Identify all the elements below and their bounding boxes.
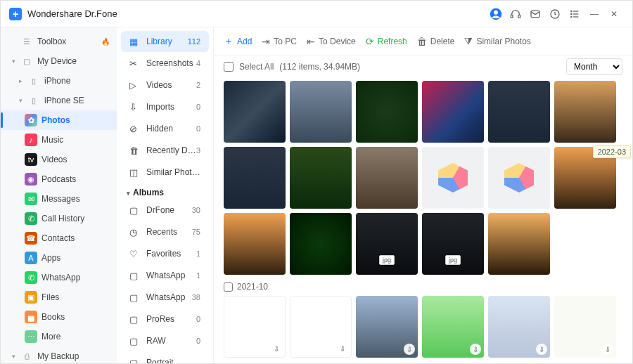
- sidebar-label: Messages: [41, 194, 110, 204]
- books-icon: ▅: [25, 311, 37, 323]
- device-icon: ▢: [20, 55, 33, 67]
- sidebar-iphone[interactable]: ▸▯ iPhone: [1, 71, 117, 91]
- album-portrait[interactable]: ▢Portrait: [121, 352, 209, 364]
- photo-thumb[interactable]: jpg: [356, 213, 418, 275]
- photo-thumb[interactable]: jpg: [422, 213, 484, 275]
- photo-thumb[interactable]: ⇩: [488, 296, 550, 358]
- group-by-select[interactable]: Month: [566, 58, 622, 75]
- sidebar-mydevice[interactable]: ▾▢ My Device: [1, 51, 117, 71]
- delete-button[interactable]: 🗑Delete: [417, 36, 455, 47]
- sidebar-toolbox[interactable]: ☰ Toolbox 🔥: [1, 32, 117, 51]
- download-icon[interactable]: ⇩: [337, 343, 348, 354]
- cat-screenshots[interactable]: ✂Screenshots4: [121, 53, 209, 74]
- album-recents[interactable]: ◷Recents75: [121, 221, 209, 242]
- sidebar-label: Call History: [41, 214, 110, 223]
- sidebar-item-files[interactable]: ▣Files: [1, 287, 117, 307]
- photo-thumb[interactable]: [356, 147, 418, 209]
- cat-videos[interactable]: ▷Videos2: [121, 74, 209, 96]
- headset-icon[interactable]: [506, 4, 525, 24]
- sidebar-item-more[interactable]: ⋯More: [1, 327, 117, 346]
- sidebar-mybackup[interactable]: ▾⎙ My Backup: [1, 346, 117, 364]
- photo-thumb[interactable]: ⇩: [554, 296, 616, 358]
- photo-thumb[interactable]: ⇩: [290, 296, 352, 358]
- photo-thumb[interactable]: [290, 81, 352, 143]
- cat-recently-deleted[interactable]: 🗑Recently Delet…3: [121, 140, 209, 161]
- phone-icon: ▯: [27, 74, 40, 87]
- imports-icon: ⇩: [129, 102, 141, 112]
- cat-count: 0: [196, 315, 200, 323]
- photo-thumb[interactable]: [554, 81, 616, 143]
- sidebar-item-contacts[interactable]: ☎Contacts: [1, 228, 117, 248]
- cat-label: Hidden: [146, 124, 196, 134]
- similar-photos-button[interactable]: ⧩Similar Photos: [464, 35, 530, 47]
- photo-thumb[interactable]: ⇩: [224, 296, 286, 358]
- refresh-button[interactable]: ⟳Refresh: [366, 36, 407, 47]
- sidebar-item-apps[interactable]: AApps: [1, 248, 117, 268]
- date-tooltip: 2022-03: [593, 145, 631, 158]
- album-whatsapp-2[interactable]: ▢WhatsApp38: [121, 287, 209, 308]
- cat-library[interactable]: ▦Library112: [121, 31, 209, 52]
- album-drfone[interactable]: ▢DrFone30: [121, 200, 209, 221]
- sidebar-item-music[interactable]: ♪Music: [1, 130, 117, 150]
- user-account-icon[interactable]: [486, 4, 506, 24]
- sidebar-label: Videos: [41, 155, 110, 164]
- cat-label: Portrait: [146, 358, 200, 364]
- sidebar-item-call-history[interactable]: ✆Call History: [1, 209, 117, 228]
- photo-thumb[interactable]: [422, 81, 484, 143]
- file-type-tag: jpg: [445, 255, 461, 265]
- mail-icon[interactable]: [525, 4, 545, 24]
- sidebar-item-podcasts[interactable]: ◉Podcasts: [1, 169, 117, 189]
- album-favorites[interactable]: ♡Favorites1: [121, 243, 209, 264]
- sidebar-item-photos[interactable]: ✿Photos: [1, 110, 117, 130]
- photo-thumb[interactable]: [356, 81, 418, 143]
- sidebar-item-whatsapp[interactable]: ✆WhatsApp: [1, 268, 117, 287]
- btn-label: To PC: [274, 37, 297, 46]
- photo-grid-scroll[interactable]: jpg jpg 2022-03 2021-10 ⇩ ⇩ ⇩ ⇩ ⇩ ⇩: [214, 78, 632, 364]
- sidebar-item-books[interactable]: ▅Books: [1, 307, 117, 327]
- photo-grid: ⇩ ⇩ ⇩ ⇩ ⇩ ⇩: [224, 296, 622, 358]
- section-date-label: 2021-10: [237, 282, 268, 292]
- action-toolbar: ＋Add ⇥To PC ⇤To Device ⟳Refresh 🗑Delete …: [214, 27, 632, 56]
- download-icon[interactable]: ⇩: [271, 343, 282, 354]
- to-pc-button[interactable]: ⇥To PC: [262, 36, 297, 47]
- select-all-label: Select All: [239, 62, 274, 72]
- list-icon[interactable]: [565, 4, 584, 24]
- photo-thumb[interactable]: [488, 147, 550, 209]
- section-checkbox[interactable]: [224, 282, 233, 292]
- photo-thumb[interactable]: [290, 147, 352, 209]
- album-prores[interactable]: ▢ProRes0: [121, 308, 209, 330]
- cat-imports[interactable]: ⇩Imports0: [121, 96, 209, 117]
- album-raw[interactable]: ▢RAW0: [121, 330, 209, 351]
- cat-count: 0: [196, 103, 200, 111]
- photo-thumb[interactable]: ⇩: [422, 296, 484, 358]
- to-pc-icon: ⇥: [262, 36, 270, 47]
- photo-thumb[interactable]: [422, 147, 484, 209]
- sidebar-item-messages[interactable]: ✉Messages: [1, 189, 117, 209]
- sidebar-item-videos[interactable]: tvVideos: [1, 150, 117, 169]
- albums-header[interactable]: ▾Albums: [117, 183, 213, 199]
- month-section-header[interactable]: 2021-10: [224, 282, 622, 292]
- cat-hidden[interactable]: ⊘Hidden0: [121, 118, 209, 139]
- add-button[interactable]: ＋Add: [224, 35, 252, 48]
- download-icon[interactable]: ⇩: [470, 344, 481, 355]
- download-icon[interactable]: ⇩: [404, 344, 415, 355]
- photo-thumb[interactable]: [488, 81, 550, 143]
- photo-thumb[interactable]: ⇩: [356, 296, 418, 358]
- to-device-button[interactable]: ⇤To Device: [307, 36, 356, 47]
- sidebar-label: Files: [41, 292, 110, 302]
- history-icon[interactable]: [545, 4, 565, 24]
- close-button[interactable]: ✕: [604, 4, 624, 24]
- download-icon[interactable]: ⇩: [602, 344, 613, 355]
- download-icon[interactable]: ⇩: [536, 344, 547, 355]
- photo-thumb[interactable]: [290, 213, 352, 275]
- photo-thumb[interactable]: [224, 147, 286, 209]
- select-all-checkbox[interactable]: [224, 62, 234, 72]
- photo-thumb[interactable]: [224, 81, 286, 143]
- cat-similar-photos[interactable]: ◫Similar Photos: [121, 162, 209, 183]
- photo-thumb[interactable]: [224, 213, 286, 275]
- sidebar-iphone-se[interactable]: ▾▯ iPhone SE: [1, 91, 117, 110]
- photo-thumb[interactable]: [488, 213, 550, 275]
- heart-icon: ♡: [129, 249, 141, 259]
- minimize-button[interactable]: —: [584, 4, 604, 24]
- album-whatsapp-1[interactable]: ▢WhatsApp1: [121, 265, 209, 286]
